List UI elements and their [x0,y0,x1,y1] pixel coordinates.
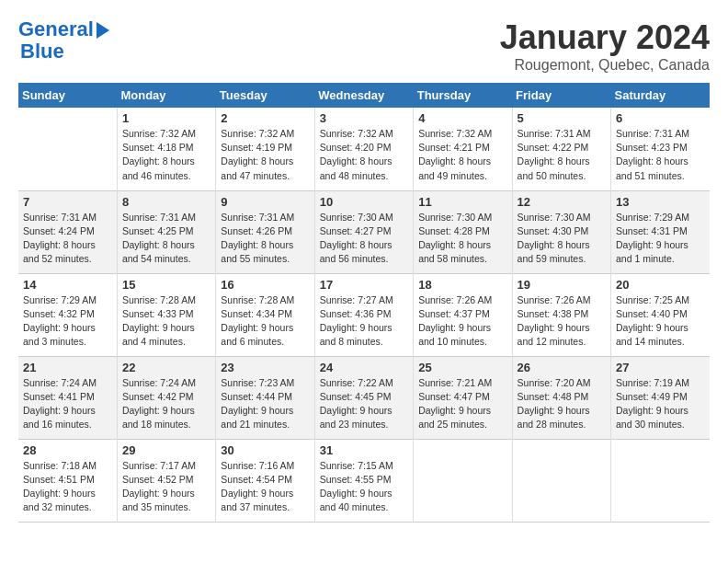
calendar-cell: 3Sunrise: 7:32 AM Sunset: 4:20 PM Daylig… [314,108,413,190]
day-number: 16 [221,278,309,292]
day-number: 22 [122,361,210,374]
logo-name-part1: General [18,17,94,40]
day-info: Sunrise: 7:30 AM Sunset: 4:30 PM Dayligh… [518,211,606,267]
day-info: Sunrise: 7:15 AM Sunset: 4:55 PM Dayligh… [320,459,408,515]
day-info: Sunrise: 7:21 AM Sunset: 4:47 PM Dayligh… [418,376,506,432]
day-info: Sunrise: 7:19 AM Sunset: 4:49 PM Dayligh… [616,376,705,432]
page-header: General Blue January 2024 Rougemont, Que… [18,18,710,74]
calendar-cell: 7Sunrise: 7:31 AM Sunset: 4:24 PM Daylig… [18,190,117,273]
day-header-sunday: Sunday [18,83,117,108]
day-number: 10 [320,195,408,209]
day-info: Sunrise: 7:25 AM Sunset: 4:40 PM Dayligh… [616,293,705,350]
day-number: 6 [616,111,705,125]
day-info: Sunrise: 7:26 AM Sunset: 4:38 PM Dayligh… [518,293,606,350]
day-number: 1 [122,111,210,125]
calendar-cell: 24Sunrise: 7:22 AM Sunset: 4:45 PM Dayli… [314,356,413,439]
calendar-cell: 9Sunrise: 7:31 AM Sunset: 4:26 PM Daylig… [216,190,314,273]
calendar-cell: 27Sunrise: 7:19 AM Sunset: 4:49 PM Dayli… [611,356,710,439]
calendar-cell: 31Sunrise: 7:15 AM Sunset: 4:55 PM Dayli… [314,439,413,522]
day-info: Sunrise: 7:28 AM Sunset: 4:33 PM Dayligh… [122,293,210,350]
day-number: 14 [23,278,112,292]
calendar-cell: 30Sunrise: 7:16 AM Sunset: 4:54 PM Dayli… [216,439,314,522]
calendar-subtitle: Rougemont, Quebec, Canada [500,57,710,74]
day-info: Sunrise: 7:30 AM Sunset: 4:28 PM Dayligh… [418,211,506,267]
day-number: 17 [320,278,408,292]
calendar-cell: 8Sunrise: 7:31 AM Sunset: 4:25 PM Daylig… [117,190,215,273]
day-header-saturday: Saturday [611,83,710,108]
day-number: 15 [122,278,210,292]
day-info: Sunrise: 7:30 AM Sunset: 4:27 PM Dayligh… [320,211,408,267]
calendar-cell: 20Sunrise: 7:25 AM Sunset: 4:40 PM Dayli… [611,273,710,356]
day-info: Sunrise: 7:32 AM Sunset: 4:18 PM Dayligh… [122,127,210,183]
day-info: Sunrise: 7:31 AM Sunset: 4:25 PM Dayligh… [122,211,210,267]
calendar-cell: 15Sunrise: 7:28 AM Sunset: 4:33 PM Dayli… [117,273,215,356]
day-number: 27 [616,361,705,374]
day-header-friday: Friday [512,83,610,108]
calendar-cell: 29Sunrise: 7:17 AM Sunset: 4:52 PM Dayli… [117,439,215,522]
calendar-cell: 14Sunrise: 7:29 AM Sunset: 4:32 PM Dayli… [18,273,117,356]
day-number: 9 [221,195,309,209]
day-number: 25 [418,361,506,374]
calendar-cell: 23Sunrise: 7:23 AM Sunset: 4:44 PM Dayli… [216,356,314,439]
calendar-cell [512,439,610,522]
calendar-week-row: 28Sunrise: 7:18 AM Sunset: 4:51 PM Dayli… [18,439,710,522]
day-info: Sunrise: 7:29 AM Sunset: 4:32 PM Dayligh… [23,293,112,350]
day-info: Sunrise: 7:32 AM Sunset: 4:20 PM Dayligh… [320,127,408,183]
calendar-cell: 5Sunrise: 7:31 AM Sunset: 4:22 PM Daylig… [512,108,610,190]
calendar-cell: 16Sunrise: 7:28 AM Sunset: 4:34 PM Dayli… [216,273,314,356]
day-number: 7 [23,195,112,209]
day-info: Sunrise: 7:29 AM Sunset: 4:31 PM Dayligh… [616,211,705,267]
day-info: Sunrise: 7:18 AM Sunset: 4:51 PM Dayligh… [23,459,112,515]
day-info: Sunrise: 7:31 AM Sunset: 4:22 PM Dayligh… [518,127,606,183]
day-info: Sunrise: 7:24 AM Sunset: 4:42 PM Dayligh… [122,376,210,432]
day-number: 31 [320,443,408,457]
day-info: Sunrise: 7:31 AM Sunset: 4:24 PM Dayligh… [23,211,112,267]
calendar-week-row: 21Sunrise: 7:24 AM Sunset: 4:41 PM Dayli… [18,356,710,439]
day-number: 20 [616,278,705,292]
calendar-cell: 25Sunrise: 7:21 AM Sunset: 4:47 PM Dayli… [414,356,512,439]
day-info: Sunrise: 7:31 AM Sunset: 4:26 PM Dayligh… [221,211,309,267]
day-number: 24 [320,361,408,374]
calendar-cell: 1Sunrise: 7:32 AM Sunset: 4:18 PM Daylig… [117,108,215,190]
day-header-thursday: Thursday [414,83,512,108]
calendar-week-row: 1Sunrise: 7:32 AM Sunset: 4:18 PM Daylig… [18,108,710,190]
calendar-week-row: 7Sunrise: 7:31 AM Sunset: 4:24 PM Daylig… [18,190,710,273]
calendar-week-row: 14Sunrise: 7:29 AM Sunset: 4:32 PM Dayli… [18,273,710,356]
day-info: Sunrise: 7:23 AM Sunset: 4:44 PM Dayligh… [221,376,309,432]
day-number: 23 [221,361,309,374]
logo-name-part2: Blue [20,40,109,63]
day-number: 18 [418,278,506,292]
calendar-table: SundayMondayTuesdayWednesdayThursdayFrid… [18,83,710,523]
day-info: Sunrise: 7:16 AM Sunset: 4:54 PM Dayligh… [221,459,309,515]
day-header-wednesday: Wednesday [314,83,413,108]
calendar-cell: 18Sunrise: 7:26 AM Sunset: 4:37 PM Dayli… [414,273,512,356]
calendar-title: January 2024 [500,18,710,57]
days-header-row: SundayMondayTuesdayWednesdayThursdayFrid… [18,83,710,108]
day-number: 29 [122,443,210,457]
calendar-cell [18,108,117,190]
logo-arrow-icon [97,22,109,39]
logo-text: General [18,18,94,40]
day-info: Sunrise: 7:20 AM Sunset: 4:48 PM Dayligh… [518,376,606,432]
calendar-cell: 19Sunrise: 7:26 AM Sunset: 4:38 PM Dayli… [512,273,610,356]
day-header-monday: Monday [117,83,215,108]
calendar-cell: 17Sunrise: 7:27 AM Sunset: 4:36 PM Dayli… [314,273,413,356]
day-info: Sunrise: 7:26 AM Sunset: 4:37 PM Dayligh… [418,293,506,350]
calendar-cell: 2Sunrise: 7:32 AM Sunset: 4:19 PM Daylig… [216,108,314,190]
calendar-cell: 22Sunrise: 7:24 AM Sunset: 4:42 PM Dayli… [117,356,215,439]
calendar-cell: 6Sunrise: 7:31 AM Sunset: 4:23 PM Daylig… [611,108,710,190]
day-number: 26 [518,361,606,374]
day-info: Sunrise: 7:22 AM Sunset: 4:45 PM Dayligh… [320,376,408,432]
day-info: Sunrise: 7:24 AM Sunset: 4:41 PM Dayligh… [23,376,112,432]
day-info: Sunrise: 7:17 AM Sunset: 4:52 PM Dayligh… [122,459,210,515]
day-number: 4 [418,111,506,125]
calendar-cell: 28Sunrise: 7:18 AM Sunset: 4:51 PM Dayli… [18,439,117,522]
calendar-cell: 4Sunrise: 7:32 AM Sunset: 4:21 PM Daylig… [414,108,512,190]
day-number: 13 [616,195,705,209]
day-number: 28 [23,443,112,457]
calendar-cell: 11Sunrise: 7:30 AM Sunset: 4:28 PM Dayli… [414,190,512,273]
calendar-cell: 21Sunrise: 7:24 AM Sunset: 4:41 PM Dayli… [18,356,117,439]
calendar-cell [414,439,512,522]
calendar-cell: 12Sunrise: 7:30 AM Sunset: 4:30 PM Dayli… [512,190,610,273]
calendar-cell: 26Sunrise: 7:20 AM Sunset: 4:48 PM Dayli… [512,356,610,439]
